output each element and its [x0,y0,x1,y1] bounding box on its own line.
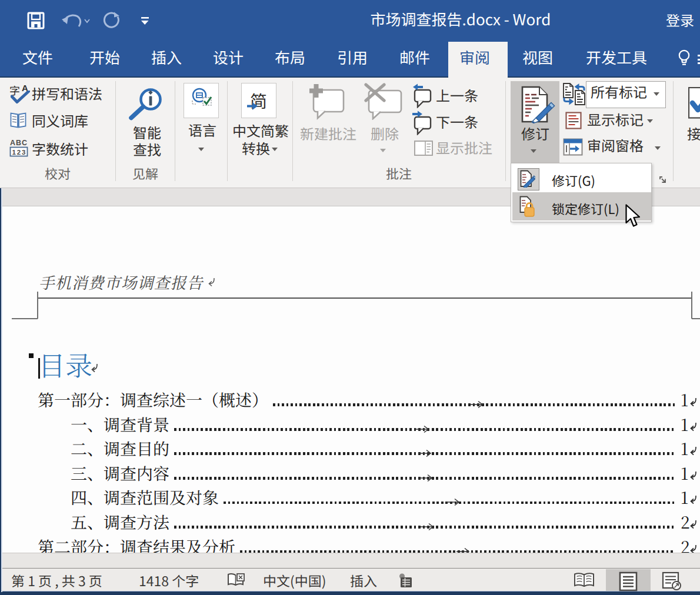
header-underline [37,298,692,299]
tab-developer[interactable]: 开发工具 [586,46,647,69]
status-bar: 第 1 页 , 共 3 页 1418 个字 中文(中国) 插入 [0,568,700,592]
toc-row[interactable]: 第一部分：调查综述一（概述）1 [38,389,700,409]
customize-quick-access-icon[interactable] [141,16,149,26]
tab-formatting-mark [418,449,433,457]
web-layout-icon[interactable] [662,571,682,590]
page[interactable]: 手机消费市场调查报告 目录 第一部分：调查综述一（概述）1一、调查背景1二、调查… [0,206,700,553]
language-icon [191,88,214,111]
dialog-launcher-icon[interactable] [659,176,668,185]
word-count-button[interactable]: 字数统计 [32,141,88,156]
toc-page-number: 1 [681,487,688,507]
window-left-edge-highlight [1,188,2,592]
page-header-text: 手机消费市场调查报告 [38,270,208,293]
save-icon[interactable] [27,12,45,29]
tab-references[interactable]: 引用 [337,46,368,69]
show-markup-icon [565,112,582,129]
wordcount-abc-glyph: ABC [10,139,27,147]
pilcrow-mark [207,277,216,288]
reviewing-pane-button[interactable]: 审阅窗格 [587,138,644,153]
tab-mailings[interactable]: 邮件 [399,46,430,69]
ribbon-tab-bar: 文件开始插入设计布局引用邮件审阅视图开发工具 [0,41,700,78]
tab-design[interactable]: 设计 [213,46,244,69]
group-label-proofing: 校对 [28,163,87,178]
crop-mark [691,298,692,319]
pilcrow-mark [689,397,698,407]
tab-layout[interactable]: 布局 [275,46,305,69]
spelling-grammar-button[interactable]: 拼写和语法 [32,86,102,101]
language-indicator[interactable]: 中文(中国) [263,570,326,590]
toc-row[interactable]: 一、调查背景1 [71,414,700,434]
print-layout-icon[interactable] [619,571,638,591]
track-changes-label: 修订 [521,126,549,141]
chinese-conversion-button-line2[interactable]: 转换 [242,141,270,156]
smart-lookup-button-line2[interactable]: 查找 [133,142,161,157]
tell-me-lightbulb-icon[interactable] [678,49,691,68]
previous-comment-icon[interactable] [412,83,432,108]
language-dropdown-arrow[interactable] [198,148,204,151]
thesaurus-button[interactable]: 同义词库 [32,113,88,128]
macro-recording-icon[interactable] [399,573,413,589]
show-comments-icon [414,141,433,156]
proofing-error-icon[interactable] [227,573,245,588]
page-indicator[interactable]: 第 1 页 , 共 3 页 [11,570,102,590]
insert-mode-indicator[interactable]: 插入 [350,570,377,590]
toc-entry-text: 第二部分：调查结果及分析 [38,536,235,553]
group-label-comments: 批注 [369,163,428,178]
display-for-review-value: 所有标记 [591,84,647,99]
next-comment-icon[interactable] [412,111,432,135]
crop-mark [691,292,692,298]
language-button[interactable]: 语言 [188,122,216,138]
display-for-review-icon [562,82,586,106]
pilcrow-mark [90,363,99,373]
new-comment-button[interactable]: 新建批注 [300,126,356,141]
delete-comment-dropdown-arrow[interactable] [380,149,386,152]
toc-row[interactable]: 四、调查范围及对象1 [71,487,700,507]
smart-lookup-button[interactable]: 智能 [133,125,161,140]
sign-in-button[interactable]: 登录 [666,9,700,30]
tab-home[interactable]: 开始 [89,46,120,69]
undo-icon[interactable] [61,14,84,30]
toc-row[interactable]: 五、调查方法2 [71,512,700,532]
toc-row[interactable]: 二、调查目的1 [71,438,700,458]
tab-insert[interactable]: 插入 [151,46,182,69]
word-count-indicator[interactable]: 1418 个字 [139,570,199,590]
show-comments-button[interactable]: 显示批注 [436,140,492,155]
chinese-conversion-dropdown-arrow[interactable] [272,148,278,151]
undo-chevron-icon[interactable] [84,18,91,24]
toc-row[interactable]: 第二部分：调查结果及分析2 [38,536,700,553]
next-comment-button[interactable]: 下一条 [436,114,478,129]
toc-row[interactable]: 三、调查内容1 [71,463,700,483]
group-separator [175,81,175,181]
tab-formatting-mark [420,523,435,531]
tab-review[interactable]: 审阅 [459,46,490,69]
pilcrow-mark [689,544,698,553]
word-window: 市场调查报告.docx - Word 登录 文件开始插入设计布局引用邮件审阅视图… [0,0,700,595]
window-bottom-edge [0,591,700,595]
delete-comment-button[interactable]: 删除 [371,126,399,141]
tab-formatting-mark [415,425,431,433]
toc-page-number: 1 [681,463,688,483]
toc-heading: 目录 [38,348,92,380]
crop-mark [37,298,38,319]
horizontal-scrollbar-track[interactable] [0,553,700,568]
reviewing-pane-dropdown-arrow[interactable] [655,146,661,150]
show-markup-dropdown-arrow[interactable] [647,119,653,123]
chinese-conversion-button[interactable]: 中文简繁 [232,123,289,138]
show-markup-button[interactable]: 显示标记 [587,112,644,127]
previous-comment-button[interactable]: 上一条 [436,88,478,103]
read-mode-icon[interactable] [574,572,595,589]
word-count-icon: ABC123 [9,139,29,158]
toc-page-number: 1 [681,414,688,434]
redo-icon[interactable] [102,12,120,31]
tab-file[interactable]: 文件 [22,46,53,69]
toc-entry-text: 五、调查方法 [71,512,169,532]
thesaurus-icon [9,112,28,129]
accept-button[interactable]: 接受 [687,126,700,141]
tab-view[interactable]: 视图 [522,46,553,69]
display-for-review-arrow[interactable] [654,92,659,96]
group-separator [292,81,293,181]
group-separator [673,81,674,181]
pilcrow-mark [689,422,698,432]
track-changes-dropdown-arrow[interactable] [531,149,536,153]
toc-entry-text: 三、调查内容 [71,463,169,483]
